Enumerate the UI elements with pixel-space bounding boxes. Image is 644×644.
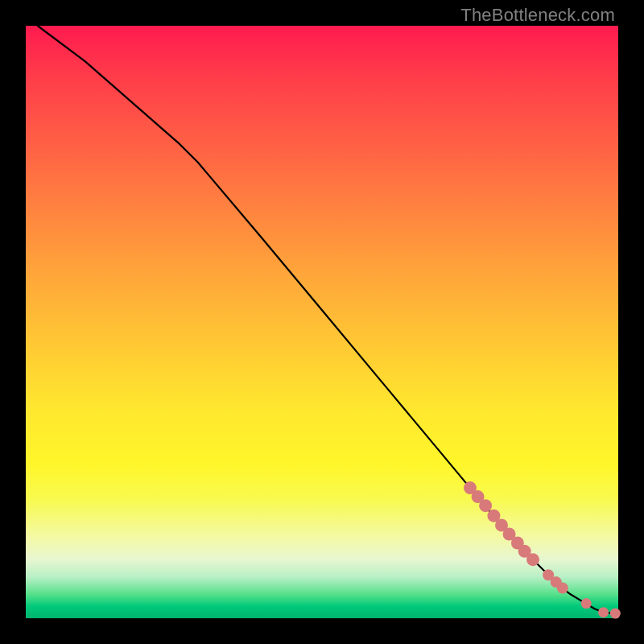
chart-frame: TheBottleneck.com xyxy=(0,0,644,644)
watermark-label: TheBottleneck.com xyxy=(460,5,615,26)
data-marker xyxy=(610,609,621,619)
data-marker xyxy=(479,499,492,512)
plot-area xyxy=(26,26,618,618)
curve-svg xyxy=(26,26,618,618)
curve-path xyxy=(38,26,616,613)
data-marker xyxy=(557,582,568,593)
data-marker xyxy=(581,598,592,609)
marker-group xyxy=(464,481,621,619)
data-marker xyxy=(598,607,609,617)
data-marker xyxy=(526,553,539,566)
